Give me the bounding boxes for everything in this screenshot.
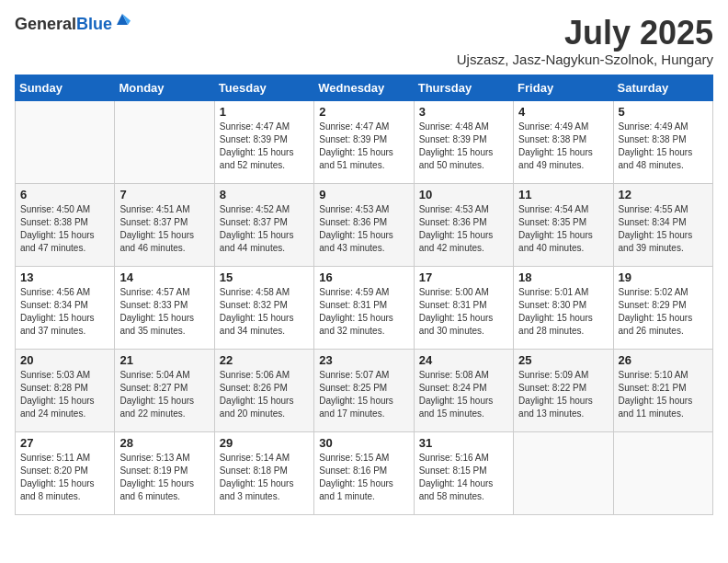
calendar-week-row: 13Sunrise: 4:56 AMSunset: 8:34 PMDayligh…	[16, 266, 713, 349]
calendar-cell: 16Sunrise: 4:59 AMSunset: 8:31 PMDayligh…	[314, 266, 414, 349]
calendar-cell: 29Sunrise: 5:14 AMSunset: 8:18 PMDayligh…	[214, 431, 313, 514]
day-number: 14	[119, 270, 209, 284]
calendar-cell: 6Sunrise: 4:50 AMSunset: 8:38 PMDaylight…	[16, 183, 115, 266]
day-number: 12	[619, 188, 708, 201]
day-info: Sunrise: 5:06 AMSunset: 8:26 PMDaylight:…	[220, 369, 309, 420]
calendar-cell: 9Sunrise: 4:53 AMSunset: 8:36 PMDaylight…	[314, 183, 414, 266]
day-number: 24	[419, 353, 508, 367]
day-info: Sunrise: 5:11 AMSunset: 8:20 PMDaylight:…	[20, 452, 109, 503]
day-info: Sunrise: 4:59 AMSunset: 8:31 PMDaylight:…	[319, 286, 408, 338]
day-number: 16	[319, 270, 408, 284]
day-number: 31	[419, 436, 508, 450]
logo-icon	[114, 11, 131, 28]
logo: GeneralBlue	[15, 15, 112, 34]
logo-blue-text: Blue	[76, 15, 112, 33]
weekday-header-saturday: Saturday	[613, 75, 712, 100]
day-info: Sunrise: 4:57 AMSunset: 8:33 PMDaylight:…	[119, 286, 209, 338]
day-number: 3	[419, 105, 508, 119]
day-info: Sunrise: 5:09 AMSunset: 8:22 PMDaylight:…	[518, 369, 608, 420]
calendar-cell	[115, 100, 214, 183]
day-info: Sunrise: 5:07 AMSunset: 8:25 PMDaylight:…	[319, 369, 408, 420]
day-info: Sunrise: 4:54 AMSunset: 8:35 PMDaylight:…	[518, 203, 608, 255]
calendar-cell: 7Sunrise: 4:51 AMSunset: 8:37 PMDaylight…	[115, 183, 214, 266]
calendar-cell: 21Sunrise: 5:04 AMSunset: 8:27 PMDayligh…	[115, 349, 214, 431]
calendar-cell: 11Sunrise: 4:54 AMSunset: 8:35 PMDayligh…	[514, 183, 613, 266]
calendar-cell: 14Sunrise: 4:57 AMSunset: 8:33 PMDayligh…	[115, 266, 214, 349]
day-number: 29	[220, 436, 309, 450]
day-info: Sunrise: 4:58 AMSunset: 8:32 PMDaylight:…	[220, 286, 309, 338]
day-number: 10	[419, 188, 508, 201]
calendar-cell	[16, 100, 115, 183]
calendar-cell: 20Sunrise: 5:03 AMSunset: 8:28 PMDayligh…	[16, 349, 115, 431]
page-header: GeneralBlue July 2025 Ujszasz, Jasz-Nagy…	[15, 15, 713, 67]
day-number: 18	[518, 270, 608, 284]
calendar-cell: 4Sunrise: 4:49 AMSunset: 8:38 PMDaylight…	[514, 100, 613, 183]
weekday-header-wednesday: Wednesday	[314, 75, 414, 100]
day-info: Sunrise: 4:52 AMSunset: 8:37 PMDaylight:…	[220, 203, 309, 255]
calendar-cell: 18Sunrise: 5:01 AMSunset: 8:30 PMDayligh…	[514, 266, 613, 349]
day-info: Sunrise: 5:08 AMSunset: 8:24 PMDaylight:…	[419, 369, 508, 420]
calendar-cell: 17Sunrise: 5:00 AMSunset: 8:31 PMDayligh…	[414, 266, 513, 349]
day-number: 17	[419, 270, 508, 284]
day-info: Sunrise: 5:10 AMSunset: 8:21 PMDaylight:…	[619, 369, 708, 420]
calendar-cell: 15Sunrise: 4:58 AMSunset: 8:32 PMDayligh…	[214, 266, 313, 349]
calendar-week-row: 1Sunrise: 4:47 AMSunset: 8:39 PMDaylight…	[16, 100, 713, 183]
day-number: 11	[518, 188, 608, 201]
day-number: 25	[518, 353, 608, 367]
calendar-cell: 31Sunrise: 5:16 AMSunset: 8:15 PMDayligh…	[414, 431, 513, 514]
day-number: 19	[619, 270, 708, 284]
calendar-cell: 30Sunrise: 5:15 AMSunset: 8:16 PMDayligh…	[314, 431, 414, 514]
calendar-cell: 3Sunrise: 4:48 AMSunset: 8:39 PMDaylight…	[414, 100, 513, 183]
calendar-cell	[613, 431, 712, 514]
calendar-header: SundayMondayTuesdayWednesdayThursdayFrid…	[16, 75, 713, 100]
weekday-header-sunday: Sunday	[16, 75, 115, 100]
day-number: 6	[20, 188, 109, 201]
day-info: Sunrise: 5:00 AMSunset: 8:31 PMDaylight:…	[419, 286, 508, 338]
calendar-cell: 1Sunrise: 4:47 AMSunset: 8:39 PMDaylight…	[214, 100, 313, 183]
weekday-header-row: SundayMondayTuesdayWednesdayThursdayFrid…	[16, 75, 713, 100]
calendar-cell: 23Sunrise: 5:07 AMSunset: 8:25 PMDayligh…	[314, 349, 414, 431]
day-number: 30	[319, 436, 408, 450]
day-info: Sunrise: 4:47 AMSunset: 8:39 PMDaylight:…	[319, 121, 408, 172]
calendar-cell: 2Sunrise: 4:47 AMSunset: 8:39 PMDaylight…	[314, 100, 414, 183]
day-number: 8	[220, 188, 309, 201]
day-info: Sunrise: 4:53 AMSunset: 8:36 PMDaylight:…	[419, 203, 508, 255]
day-info: Sunrise: 4:53 AMSunset: 8:36 PMDaylight:…	[319, 203, 408, 255]
day-info: Sunrise: 4:51 AMSunset: 8:37 PMDaylight:…	[119, 203, 209, 255]
day-info: Sunrise: 5:14 AMSunset: 8:18 PMDaylight:…	[220, 452, 309, 503]
day-info: Sunrise: 5:01 AMSunset: 8:30 PMDaylight:…	[518, 286, 608, 338]
calendar-cell: 27Sunrise: 5:11 AMSunset: 8:20 PMDayligh…	[16, 431, 115, 514]
calendar-week-row: 6Sunrise: 4:50 AMSunset: 8:38 PMDaylight…	[16, 183, 713, 266]
calendar-cell: 10Sunrise: 4:53 AMSunset: 8:36 PMDayligh…	[414, 183, 513, 266]
day-info: Sunrise: 4:50 AMSunset: 8:38 PMDaylight:…	[20, 203, 109, 255]
day-number: 28	[119, 436, 209, 450]
day-number: 4	[518, 105, 608, 119]
calendar-body: 1Sunrise: 4:47 AMSunset: 8:39 PMDaylight…	[16, 100, 713, 514]
day-number: 27	[20, 436, 109, 450]
day-info: Sunrise: 4:48 AMSunset: 8:39 PMDaylight:…	[419, 121, 508, 172]
day-number: 7	[119, 188, 209, 201]
day-number: 26	[619, 353, 708, 367]
day-info: Sunrise: 5:03 AMSunset: 8:28 PMDaylight:…	[20, 369, 109, 420]
logo-general-text: General	[15, 15, 76, 33]
calendar-cell: 28Sunrise: 5:13 AMSunset: 8:19 PMDayligh…	[115, 431, 214, 514]
day-number: 5	[619, 105, 708, 119]
day-info: Sunrise: 5:04 AMSunset: 8:27 PMDaylight:…	[119, 369, 209, 420]
day-number: 22	[220, 353, 309, 367]
day-info: Sunrise: 4:55 AMSunset: 8:34 PMDaylight:…	[619, 203, 708, 255]
day-number: 13	[20, 270, 109, 284]
day-info: Sunrise: 4:49 AMSunset: 8:38 PMDaylight:…	[518, 121, 608, 172]
day-info: Sunrise: 5:13 AMSunset: 8:19 PMDaylight:…	[119, 452, 209, 503]
day-info: Sunrise: 4:56 AMSunset: 8:34 PMDaylight:…	[20, 286, 109, 338]
weekday-header-thursday: Thursday	[414, 75, 513, 100]
day-info: Sunrise: 4:47 AMSunset: 8:39 PMDaylight:…	[220, 121, 309, 172]
day-info: Sunrise: 4:49 AMSunset: 8:38 PMDaylight:…	[619, 121, 708, 172]
calendar-cell: 12Sunrise: 4:55 AMSunset: 8:34 PMDayligh…	[613, 183, 712, 266]
weekday-header-tuesday: Tuesday	[214, 75, 313, 100]
day-number: 1	[220, 105, 309, 119]
title-block: July 2025 Ujszasz, Jasz-Nagykun-Szolnok,…	[457, 15, 713, 67]
month-title: July 2025	[457, 15, 713, 52]
day-number: 15	[220, 270, 309, 284]
location-title: Ujszasz, Jasz-Nagykun-Szolnok, Hungary	[457, 52, 713, 67]
calendar-table: SundayMondayTuesdayWednesdayThursdayFrid…	[15, 75, 713, 515]
